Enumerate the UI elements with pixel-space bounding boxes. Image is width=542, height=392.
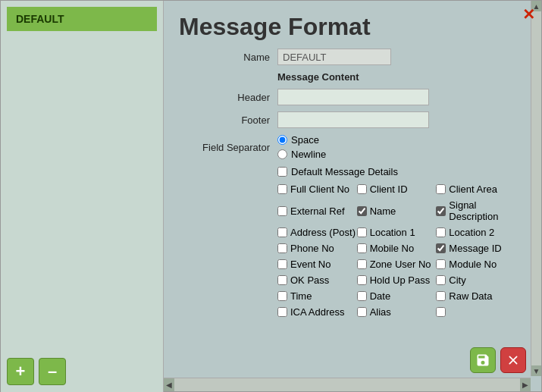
add-button[interactable]: + (7, 358, 34, 385)
radio-newline-item[interactable]: Newline (277, 149, 326, 160)
checkbox-7-1[interactable] (357, 307, 367, 317)
checkbox-label-5-2: City (449, 274, 465, 286)
default-details-row: Default Message Details (277, 166, 515, 177)
checkbox-3-2[interactable] (436, 243, 446, 253)
save-icon (475, 353, 490, 368)
checkbox-2-1[interactable] (357, 227, 367, 237)
scroll-down-arrow[interactable]: ▼ (531, 365, 542, 376)
checkbox-7-2[interactable] (436, 307, 446, 317)
checkbox-6-1[interactable] (357, 291, 367, 301)
checkbox-item-2-0[interactable]: Address (Post) (277, 227, 357, 238)
checkbox-item-2-1[interactable]: Location 1 (357, 227, 437, 238)
checkbox-3-0[interactable] (277, 243, 287, 253)
checkbox-item-1-1[interactable]: Name (357, 205, 437, 217)
checkbox-item-4-1[interactable]: Zone User No (357, 259, 437, 270)
checkbox-0-0[interactable] (277, 184, 287, 194)
default-message-details-checkbox[interactable] (277, 167, 287, 177)
cancel-button[interactable] (500, 347, 526, 373)
radio-newline[interactable] (277, 149, 287, 159)
checkbox-4-0[interactable] (277, 259, 287, 269)
checkbox-label-3-0: Phone No (290, 243, 334, 254)
radio-newline-label: Newline (291, 149, 326, 160)
radio-space-label: Space (291, 134, 319, 146)
checkbox-item-3-0[interactable]: Phone No (277, 243, 357, 254)
checkbox-item-7-1[interactable]: Alias (357, 306, 437, 318)
checkbox-0-1[interactable] (357, 184, 367, 194)
checkbox-label-3-1: Mobile No (370, 243, 415, 254)
checkbox-label-1-1: Name (370, 205, 396, 217)
checkbox-5-2[interactable] (436, 275, 446, 285)
checkbox-item-4-2[interactable]: Module No (436, 259, 515, 270)
checkbox-7-0[interactable] (277, 307, 287, 317)
checkbox-item-6-1[interactable]: Date (357, 290, 437, 302)
checkbox-label-7-1: Alias (370, 306, 391, 318)
radio-space[interactable] (277, 135, 287, 145)
checkbox-6-2[interactable] (436, 291, 446, 301)
footer-input[interactable] (277, 111, 429, 128)
default-message-details-item[interactable]: Default Message Details (277, 166, 515, 177)
scrollbar-horizontal[interactable]: ◀ ▶ (164, 378, 531, 391)
checkbox-item-0-1[interactable]: Client ID (357, 183, 437, 195)
checkbox-item-1-2[interactable]: Signal Description (436, 199, 515, 222)
close-button[interactable]: ✕ (522, 5, 535, 24)
checkbox-item-5-1[interactable]: Hold Up Pass (357, 274, 437, 286)
checkbox-item-3-2[interactable]: Message ID (436, 243, 515, 254)
remove-button[interactable]: – (39, 358, 66, 385)
default-message-details-label: Default Message Details (291, 166, 398, 177)
checkbox-item-0-2[interactable]: Client Area (436, 183, 515, 195)
checkbox-item-0-0[interactable]: Full Client No (277, 183, 357, 195)
checkbox-item-1-0[interactable]: External Ref (277, 205, 357, 217)
checkbox-label-2-1: Location 1 (370, 227, 415, 238)
checkbox-row-2: Address (Post)Location 1Location 2 (277, 227, 515, 238)
checkbox-5-0[interactable] (277, 275, 287, 285)
checkbox-item-5-0[interactable]: OK Pass (277, 274, 357, 286)
checkbox-label-7-0: ICA Address (290, 306, 345, 318)
form-area: Name Message Content Header Footer Field… (164, 49, 531, 337)
radio-space-item[interactable]: Space (277, 134, 326, 146)
checkbox-label-4-1: Zone User No (370, 259, 431, 270)
checkbox-6-0[interactable] (277, 291, 287, 301)
checkbox-item-2-2[interactable]: Location 2 (436, 227, 515, 238)
scroll-left-arrow[interactable]: ◀ (164, 378, 174, 392)
scroll-right-arrow[interactable]: ▶ (520, 378, 531, 392)
header-input[interactable] (277, 89, 429, 105)
save-button[interactable] (470, 347, 496, 373)
checkbox-item-4-0[interactable]: Event No (277, 259, 357, 270)
bottom-buttons (470, 347, 526, 373)
field-separator-label: Field Separator (179, 142, 270, 153)
checkbox-3-1[interactable] (357, 243, 367, 253)
checkbox-4-1[interactable] (357, 259, 367, 269)
checkbox-1-1[interactable] (357, 206, 367, 216)
header-row: Header (179, 89, 515, 105)
message-content-label: Message Content (277, 71, 515, 83)
checkbox-item-6-0[interactable]: Time (277, 290, 357, 302)
checkbox-item-5-2[interactable]: City (436, 274, 515, 286)
sidebar-item-default[interactable]: DEFAULT (7, 7, 157, 31)
checkbox-0-2[interactable] (436, 184, 446, 194)
checkbox-label-6-1: Date (370, 290, 390, 302)
checkbox-5-1[interactable] (357, 275, 367, 285)
checkbox-item-3-1[interactable]: Mobile No (357, 243, 437, 254)
checkbox-item-7-2[interactable] (436, 307, 515, 317)
scrollbar-vertical[interactable]: ▲ ▼ (531, 1, 541, 376)
name-input[interactable] (277, 49, 391, 65)
checkbox-1-2[interactable] (436, 206, 446, 216)
checkbox-label-0-2: Client Area (449, 183, 497, 195)
checkbox-2-2[interactable] (436, 227, 446, 237)
cancel-icon (506, 353, 521, 368)
checkbox-row-1: External RefNameSignal Description (277, 199, 515, 222)
checkbox-label-1-2: Signal Description (449, 199, 515, 222)
checkbox-label-0-1: Client ID (370, 183, 408, 195)
checkbox-row-0: Full Client NoClient IDClient Area (277, 183, 515, 195)
footer-row: Footer (179, 111, 515, 128)
checkbox-item-7-0[interactable]: ICA Address (277, 306, 357, 318)
radio-group: Space Newline (277, 134, 326, 160)
name-label: Name (179, 52, 270, 63)
checkbox-row-6: TimeDateRaw Data (277, 290, 515, 302)
main-window: ✕ DEFAULT + – ▲ ▼ ◀ ▶ Message Format Nam… (0, 0, 542, 392)
checkbox-4-2[interactable] (436, 259, 446, 269)
checkbox-item-6-2[interactable]: Raw Data (436, 290, 515, 302)
checkbox-1-0[interactable] (277, 206, 287, 216)
checkbox-2-0[interactable] (277, 227, 287, 237)
checkbox-label-2-0: Address (Post) (290, 227, 356, 238)
